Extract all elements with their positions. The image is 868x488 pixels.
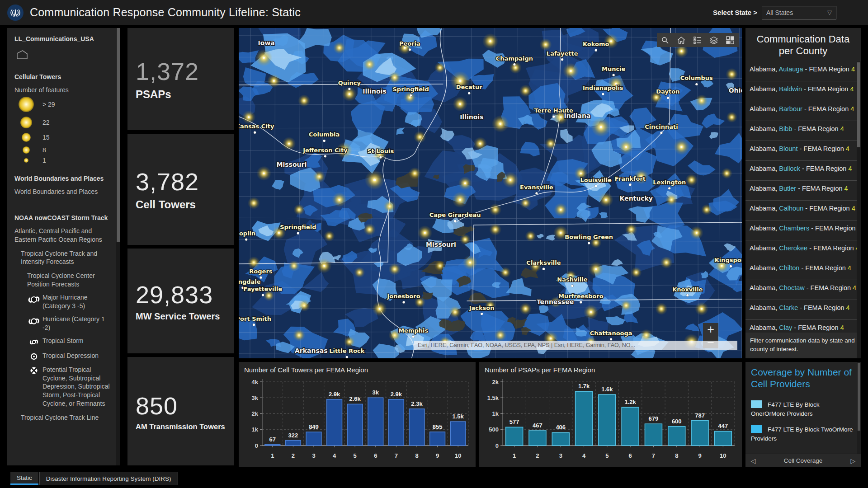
coverage-legend-item: F477 LTE By Block TwoOrMore Providers: [751, 425, 855, 444]
legend-noaa-sub: Atlantic, Central Pacific and Eastern Pa…: [14, 227, 114, 244]
legend-storm-item: Potential Tropical Cyclone, Subtropical …: [27, 366, 114, 408]
search-icon[interactable]: [657, 33, 673, 47]
svg-text:Quincy: Quincy: [338, 80, 361, 86]
map-panel: IowaPeoriaKokomoLafayetteMuncieChampaign…: [239, 28, 742, 358]
svg-text:Arkansas: Arkansas: [295, 347, 328, 354]
stat-panel-cell-towers: 3,782 Cell Towers: [127, 134, 234, 245]
tower-glow-icon: [19, 97, 34, 112]
am-towers-count: 850: [136, 392, 234, 420]
svg-text:St Louis: St Louis: [367, 148, 394, 155]
coverage-swatch-icon: [751, 400, 762, 408]
legend-world-title: World Boundaries and Places: [14, 175, 114, 182]
county-row[interactable]: Alabama, Barbour - FEMA Region 4: [745, 101, 861, 121]
tower-glow-icon: [24, 158, 28, 163]
svg-text:8: 8: [675, 452, 678, 459]
svg-text:4: 4: [582, 452, 586, 459]
legend-scrollbar[interactable]: [116, 28, 120, 465]
legend-size-class: > 29: [14, 94, 114, 114]
svg-text:Indianapolis: Indianapolis: [583, 84, 623, 91]
county-row[interactable]: Alabama, Autauga - FEMA Region 4: [745, 61, 861, 81]
legend-world-sub: World Boundaries and Places: [14, 188, 114, 196]
svg-text:Jefferson City: Jefferson City: [302, 147, 348, 154]
svg-text:Springdale: Springdale: [239, 278, 261, 285]
county-row[interactable]: Alabama, Bibb - FEMA Region 4: [745, 121, 861, 141]
zoom-in-button[interactable]: +: [703, 323, 718, 336]
legend-position-group: Tropical Cyclone Center Position Forecas…: [14, 272, 114, 289]
tower-glow-icon: [22, 133, 31, 142]
legend-layer-title: LL_Communications_USA: [14, 35, 114, 42]
svg-text:Cincinnati: Cincinnati: [645, 123, 678, 130]
county-row[interactable]: Alabama, Choctaw - FEMA Region 4: [745, 280, 861, 300]
svg-text:1k: 1k: [492, 410, 499, 417]
svg-text:Ohio: Ohio: [729, 87, 742, 94]
coverage-title: Coverage by Number of Cell Providers: [745, 362, 861, 389]
county-filter-note: Filter communication data by state and c…: [745, 333, 861, 358]
coverage-map[interactable]: IowaPeoriaKokomoLafayetteMuncieChampaign…: [239, 28, 742, 358]
svg-text:Louisville: Louisville: [580, 177, 612, 183]
radio-tower-logo-icon: [7, 5, 24, 21]
svg-text:Tennessee: Tennessee: [537, 298, 574, 305]
chevron-down-icon: ▽: [827, 9, 832, 16]
svg-text:Missouri: Missouri: [426, 241, 456, 248]
legend-panel: LL_Communications_USA Cellular Towers Nu…: [7, 28, 120, 465]
layers-icon[interactable]: [706, 33, 722, 47]
svg-text:406: 406: [556, 424, 566, 431]
mw-towers-label: MW Service Towers: [136, 311, 234, 322]
hurricane-icon: [27, 315, 41, 332]
coverage-panel: Coverage by Number of Cell Providers F47…: [745, 362, 861, 467]
svg-text:1: 1: [271, 452, 274, 459]
cell-towers-bar-chart[interactable]: 01k2k3k4k671322284932.9k42.6k53k62.9k72.…: [239, 362, 476, 467]
tower-glow-icon: [20, 117, 32, 128]
cell-towers-count: 3,782: [136, 168, 234, 196]
storm-item-label: Tropical Storm: [42, 337, 84, 347]
svg-text:7: 7: [652, 452, 655, 459]
legend-list-icon[interactable]: [689, 33, 706, 47]
svg-text:Indiana: Indiana: [564, 112, 591, 119]
county-row[interactable]: Alabama, Cherokee - FEMA Region 4: [745, 240, 861, 260]
svg-text:2: 2: [292, 452, 295, 459]
tab-static[interactable]: Static: [10, 472, 38, 485]
svg-text:2k: 2k: [492, 379, 499, 385]
svg-text:3k: 3k: [252, 394, 259, 401]
tab-dirs[interactable]: Disaster Information Reporting System (D…: [39, 472, 178, 485]
county-scrollbar[interactable]: [857, 61, 861, 358]
svg-text:0: 0: [255, 442, 258, 449]
county-row[interactable]: Alabama, Chilton - FEMA Region 4: [745, 260, 861, 280]
svg-text:1.7k: 1.7k: [578, 383, 590, 389]
coverage-item-label: F477 LTE By Block TwoOrMore Providers: [751, 426, 853, 442]
legend-size-class: 1: [14, 156, 114, 165]
svg-text:4: 4: [333, 452, 336, 459]
coverage-scrollbar[interactable]: [857, 362, 861, 454]
next-arrow-icon[interactable]: ▷: [845, 457, 861, 465]
county-row[interactable]: Alabama, Blount - FEMA Region 4: [745, 141, 861, 161]
svg-text:Kansas City: Kansas City: [239, 123, 274, 130]
svg-text:Jackson: Jackson: [469, 305, 495, 311]
state-dropdown[interactable]: All States ▽: [762, 6, 836, 19]
cell-towers-chart-panel: 01k2k3k4k671322284932.9k42.6k53k62.9k72.…: [239, 362, 476, 467]
basemap-icon[interactable]: [722, 33, 738, 47]
county-row[interactable]: Alabama, Calhoun - FEMA Region 4: [745, 201, 861, 221]
storm-item-label: Tropical Depression: [42, 352, 99, 361]
county-row[interactable]: Alabama, Bullock - FEMA Region 4: [745, 161, 861, 181]
prev-arrow-icon[interactable]: ◁: [745, 457, 761, 465]
legend-cellular-title: Cellular Towers: [14, 73, 114, 80]
stat-panel-mw-towers: 29,833 MW Service Towers: [127, 249, 234, 353]
size-class-label: 8: [42, 146, 46, 154]
svg-text:67: 67: [269, 436, 276, 443]
svg-text:Columbus: Columbus: [680, 75, 713, 81]
home-icon[interactable]: [673, 33, 689, 47]
psaps-bar-chart[interactable]: 05001k1.5k2k5771467240631.7k41.6k51.2k66…: [479, 362, 742, 467]
county-row[interactable]: Alabama, Chambers - FEMA Region 4: [745, 221, 861, 240]
app-header: Communication Response Community Lifelin…: [0, 0, 868, 25]
county-row[interactable]: Alabama, Baldwin - FEMA Region 4: [745, 81, 861, 101]
polygon-symbol-icon: [15, 49, 29, 61]
legend-features-label: Number of features: [14, 86, 114, 94]
legend-track-line-label: Tropical Cyclone Track Line: [14, 413, 114, 422]
svg-text:Cape Girardeau: Cape Girardeau: [429, 211, 481, 218]
county-row[interactable]: Alabama, Clarke - FEMA Region 4: [745, 300, 861, 320]
county-row[interactable]: Alabama, Butler - FEMA Region 4: [745, 181, 861, 201]
svg-text:6: 6: [374, 452, 377, 459]
tropical-depression-icon: [27, 352, 41, 361]
svg-text:Rogers: Rogers: [249, 268, 272, 275]
svg-text:Joplin: Joplin: [239, 230, 255, 237]
